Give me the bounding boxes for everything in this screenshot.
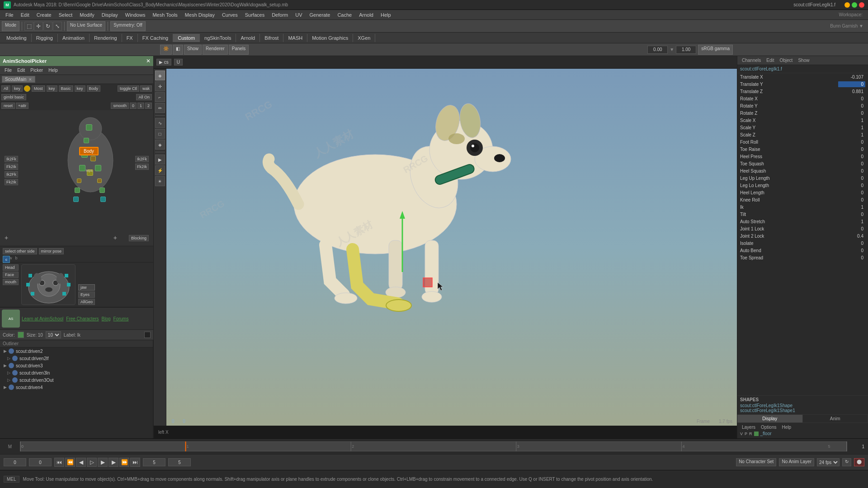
next-frame-btn[interactable]: ⏩ <box>119 458 129 467</box>
channel-row-rotate-y[interactable]: Rotate Y0 <box>737 102 868 109</box>
face-dot-tr[interactable] <box>65 274 68 277</box>
basic-btn[interactable]: Basic <box>59 85 73 92</box>
ik2fk-front-left-btn[interactable]: Ik2Fk <box>5 156 18 162</box>
menu-display[interactable]: Display <box>98 11 122 19</box>
jaw-btn[interactable]: jaw <box>78 284 95 291</box>
num1-btn[interactable]: 1 <box>137 103 144 109</box>
menu-generate[interactable]: Generate <box>306 11 334 19</box>
channel-row-leg-up-length[interactable]: Leg Up Length0 <box>737 174 868 182</box>
menu-modify[interactable]: Modify <box>76 11 98 19</box>
outliner-item-driven4[interactable]: ▶ scout:driven4 <box>0 384 153 391</box>
channel-row-scale-x[interactable]: Scale X1 <box>737 117 868 124</box>
layer-item[interactable]: V P R _floor <box>740 430 865 437</box>
wrist-l-rig-btn[interactable] <box>75 188 80 193</box>
body-center-rig-btn[interactable] <box>90 156 96 161</box>
toolbar-mode-select[interactable]: Mode <box>2 21 19 31</box>
outliner-item-driven3out[interactable]: ▷ scout:driven3Out <box>0 376 153 384</box>
most-btn[interactable]: Most <box>32 85 45 92</box>
channel-row-leg-lo-length[interactable]: Leg Lo Length0 <box>737 182 868 189</box>
forums-link[interactable]: Forums <box>113 316 129 321</box>
outliner-item-driven3ln[interactable]: ▷ scout:driven3ln <box>0 369 153 376</box>
layers-btn[interactable]: Layers <box>740 424 757 430</box>
layer-v-btn[interactable]: V <box>740 432 743 436</box>
timeline-track[interactable]: 0 1 2 3 4 5 <box>20 441 847 451</box>
range-end-input[interactable] <box>168 458 191 466</box>
move-tool[interactable]: ✛ <box>155 81 165 91</box>
channel-row-foot-roll[interactable]: Foot Roll0 <box>737 138 868 145</box>
picker-menu-help[interactable]: Help <box>46 67 61 73</box>
tab-rendering[interactable]: Rendering <box>90 34 122 42</box>
tab-bifrost[interactable]: Bifrost <box>260 34 283 42</box>
no-live-surface-btn[interactable]: No Live Surface <box>67 21 105 31</box>
menu-deform[interactable]: Deform <box>268 11 292 19</box>
channel-row-isolate[interactable]: Isolate0 <box>737 239 868 247</box>
channel-row-translate-x[interactable]: Translate X-0.107 <box>737 73 868 80</box>
menu-cache[interactable]: Cache <box>334 11 355 19</box>
neck-rig-btn[interactable] <box>84 138 89 143</box>
foot-r-rig-btn[interactable] <box>100 197 106 202</box>
channel-row-translate-z[interactable]: Translate Z0.881 <box>737 88 868 95</box>
display-tab[interactable]: Display <box>737 415 803 422</box>
increment-input[interactable] <box>676 46 696 54</box>
play-fwd-btn[interactable]: ▶ <box>98 458 108 467</box>
menu-surfaces[interactable]: Surfaces <box>241 11 268 19</box>
gimbl-basic-btn[interactable]: gimbl basic <box>1 94 26 100</box>
picker-close-btn[interactable]: ✕ <box>146 58 151 64</box>
tab-custom[interactable]: Custom <box>173 34 200 42</box>
select-other-side-btn[interactable]: select other side <box>3 248 37 254</box>
tab-xgen[interactable]: XGen <box>353 34 375 42</box>
num0-btn[interactable]: 0 <box>130 103 137 109</box>
layer-r-btn[interactable]: R <box>749 432 752 436</box>
channel-row-rotate-x[interactable]: Rotate X0 <box>737 95 868 102</box>
go-start-btn[interactable]: ⏮ <box>54 458 64 467</box>
menu-arnold[interactable]: Arnold <box>355 11 377 19</box>
channel-row-joint-2-lock[interactable]: Joint 2 Lock0.4 <box>737 232 868 239</box>
playback-end-input[interactable] <box>143 458 165 466</box>
channel-row-toe-spread[interactable]: Toe Spread0 <box>737 254 868 261</box>
c-btn[interactable]: c <box>3 256 10 263</box>
channels-btn[interactable]: Channels <box>740 57 763 63</box>
menu-windows[interactable]: Windows <box>122 11 149 19</box>
panels-btn[interactable]: Panels <box>229 45 249 55</box>
head-rig-btn[interactable] <box>86 124 92 131</box>
gamma-btn[interactable]: sRGB gamma <box>698 45 733 55</box>
fk2ik-front-left-btn[interactable]: Fk2Ik <box>5 164 18 170</box>
face-btn[interactable]: Face <box>3 272 19 278</box>
body-main-btn[interactable]: Body <box>79 147 99 155</box>
tab-motiongraphics[interactable]: Motion Graphics <box>307 34 353 42</box>
toggle-ctl-btn[interactable]: toggle Ctl <box>118 85 139 92</box>
curve-tool[interactable]: ∿ <box>155 118 165 128</box>
blog-link[interactable]: Blog <box>102 316 111 321</box>
tab-fx[interactable]: FX <box>122 34 138 42</box>
fk2ik-back-left-btn[interactable]: Fk2Ik <box>5 179 18 185</box>
picker-tab-scoutmain[interactable]: ScoutMain ✕ <box>2 76 35 83</box>
renderer-btn[interactable]: Renderer <box>203 45 228 55</box>
play-back-btn[interactable]: ▷ <box>87 458 97 467</box>
maximize-btn[interactable] <box>852 2 857 8</box>
dynamics-tool[interactable]: ⚡ <box>155 165 165 175</box>
tab-rigging[interactable]: Rigging <box>32 34 58 42</box>
symmetry-btn[interactable]: Symmetry: Off <box>110 21 146 31</box>
menu-curves[interactable]: Curves <box>218 11 241 19</box>
mirror-pose-btn[interactable]: mirror pose <box>39 248 64 254</box>
smooth-btn[interactable]: smooth <box>111 103 129 109</box>
outliner-item-driven3[interactable]: ▶ scout:driven3 <box>0 362 153 369</box>
shapes-name1[interactable]: scout:ctlForeLegIk1Shape <box>740 403 865 408</box>
rotate-tool-btn[interactable]: ↻ <box>43 22 52 31</box>
head-btn[interactable]: Head <box>3 264 19 271</box>
foot-l-rig-btn[interactable] <box>73 197 79 202</box>
channel-row-scale-z[interactable]: Scale Z1 <box>737 131 868 138</box>
allgeo-btn[interactable]: AllGeo <box>78 299 95 305</box>
learn-link[interactable]: Learn at AnimSchool <box>22 316 63 321</box>
vp-select-btn[interactable]: ▶ cs <box>156 59 171 66</box>
tab-modeling[interactable]: Modeling <box>2 34 32 42</box>
all-btn[interactable]: All <box>1 85 10 92</box>
prev-frame-btn[interactable]: ⏪ <box>65 458 75 467</box>
options-btn[interactable]: Options <box>759 424 778 430</box>
menu-help[interactable]: Help <box>377 11 395 19</box>
ik2fk-back-left-btn[interactable]: Ik2Fk <box>5 171 18 178</box>
menu-select[interactable]: Select <box>55 11 76 19</box>
key3-btn[interactable]: key <box>75 85 85 92</box>
render-tool[interactable]: ☀ <box>155 176 165 186</box>
prev-key-btn[interactable]: ◀ <box>76 458 86 467</box>
